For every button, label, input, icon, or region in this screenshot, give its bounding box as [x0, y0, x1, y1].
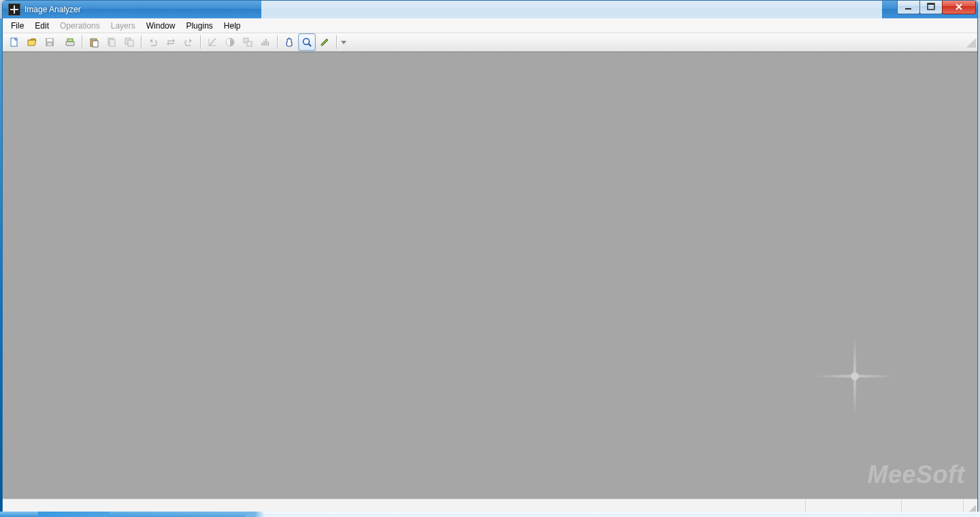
svg-marker-32	[341, 41, 346, 44]
svg-marker-18	[173, 39, 175, 43]
zoom-tool-icon	[301, 37, 312, 48]
titlebar[interactable]: Image Analyzer	[3, 1, 977, 18]
svg-rect-8	[66, 41, 74, 46]
menu-file[interactable]: File	[5, 18, 29, 33]
desktop-taskbar-bottom	[0, 512, 980, 517]
svg-line-29	[309, 44, 312, 47]
svg-marker-30	[321, 39, 328, 46]
redo-icon	[183, 37, 194, 48]
open-file-icon	[27, 37, 37, 48]
svg-rect-23	[247, 41, 252, 46]
new-file-icon	[9, 37, 20, 48]
watermark: MeeSoft	[867, 461, 965, 489]
undo-button	[144, 33, 162, 51]
undo-icon	[148, 37, 159, 48]
paste-button[interactable]	[85, 33, 103, 51]
svg-marker-17	[150, 39, 152, 43]
svg-rect-27	[267, 41, 269, 46]
close-button[interactable]	[942, 0, 976, 14]
swap-button	[162, 33, 180, 51]
svg-rect-12	[93, 41, 98, 47]
paste-icon	[88, 37, 99, 48]
minimize-button[interactable]	[897, 0, 920, 14]
svg-rect-24	[261, 43, 263, 46]
zoom-tool-button[interactable]	[298, 33, 316, 51]
resize-icon	[242, 37, 253, 48]
svg-rect-9	[67, 39, 73, 41]
toolbar-overflow-icon	[341, 39, 346, 45]
svg-rect-16	[128, 40, 133, 46]
menu-plugins[interactable]: Plugins	[180, 18, 218, 33]
toolbar	[3, 33, 977, 52]
menu-layers: Layers	[105, 18, 141, 33]
sparkle-decoration	[814, 335, 896, 417]
hand-tool-button[interactable]	[280, 33, 298, 51]
menu-help[interactable]: Help	[218, 18, 246, 33]
app-window: Image Analyzer File Edit Operations Laye…	[2, 0, 978, 515]
contrast-icon	[225, 37, 235, 48]
svg-point-35	[851, 372, 859, 380]
svg-rect-14	[110, 39, 115, 46]
pencil-tool-button[interactable]	[316, 33, 333, 51]
maximize-button[interactable]	[919, 0, 943, 14]
svg-rect-6	[47, 39, 52, 41]
duplicate-button	[120, 33, 138, 51]
curves-icon	[207, 37, 218, 48]
levels-icon	[260, 37, 271, 48]
duplicate-icon	[124, 37, 135, 48]
toolbar-grip-icon	[965, 35, 976, 48]
new-file-button[interactable]	[5, 33, 23, 51]
app-icon	[8, 3, 20, 16]
svg-rect-2	[928, 3, 934, 5]
svg-rect-7	[48, 43, 52, 46]
copy-icon	[106, 37, 117, 48]
svg-marker-19	[167, 41, 169, 46]
pencil-tool-icon	[319, 37, 330, 48]
curves-button	[203, 33, 221, 51]
open-file-button[interactable]	[23, 33, 41, 51]
swap-icon	[165, 37, 176, 48]
svg-point-34	[853, 335, 857, 417]
window-title: Image Analyzer	[24, 5, 81, 14]
scanner-icon	[65, 37, 76, 48]
resize-button	[239, 33, 257, 51]
menu-operations: Operations	[54, 18, 105, 33]
svg-point-33	[814, 374, 896, 378]
workspace[interactable]: MeeSoft	[3, 52, 977, 499]
save-icon	[44, 37, 55, 48]
toolbar-overflow-button[interactable]	[340, 34, 348, 50]
menu-window[interactable]: Window	[141, 18, 181, 33]
svg-rect-25	[263, 41, 265, 46]
svg-point-28	[304, 39, 310, 45]
contrast-button	[221, 33, 239, 51]
svg-rect-0	[905, 8, 911, 10]
svg-marker-20	[189, 39, 192, 43]
levels-button	[257, 33, 274, 51]
svg-rect-11	[92, 38, 95, 40]
menubar: File Edit Operations Layers Window Plugi…	[3, 18, 977, 33]
menu-edit[interactable]: Edit	[29, 18, 54, 33]
redo-button	[180, 33, 197, 51]
copy-button	[103, 33, 120, 51]
hand-tool-icon	[284, 37, 295, 48]
save-button	[41, 33, 59, 51]
scanner-button[interactable]	[61, 33, 79, 51]
svg-rect-26	[265, 39, 267, 46]
